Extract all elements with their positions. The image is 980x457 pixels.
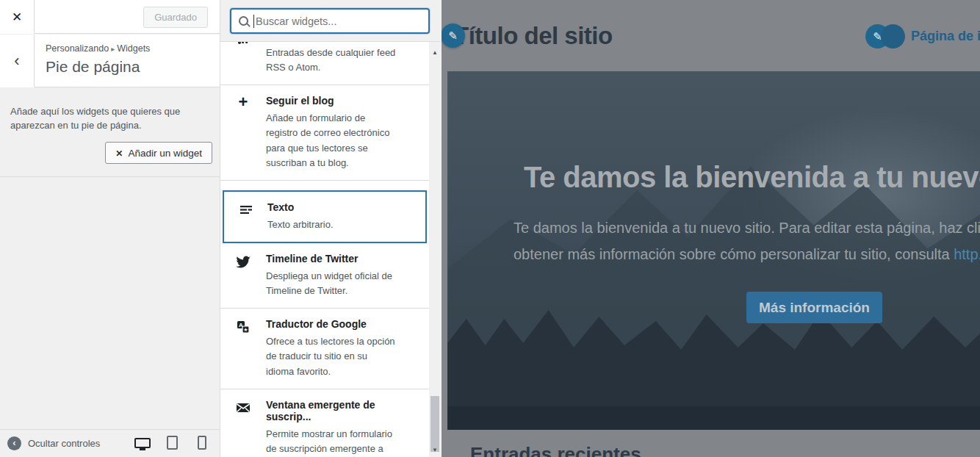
widget-list: RSS Entradas desde cualquier feed RSS o …	[220, 42, 429, 457]
mobile-icon	[198, 436, 206, 450]
hero-section: Te damos la bienvenida a tu nuevo sitio …	[447, 71, 980, 430]
widget-description: Texto arbitrario.	[267, 217, 398, 232]
breadcrumb-section: Widgets	[117, 43, 150, 54]
widget-item-google-translate[interactable]: A★ Traductor de Google Ofrece a tus lect…	[220, 309, 429, 389]
add-widget-button[interactable]: ✕Añadir un widget	[105, 142, 212, 164]
homepage-link[interactable]: ✎ Página de inicio	[865, 24, 980, 48]
widget-item-text[interactable]: Texto Texto arbitrario.	[223, 190, 427, 243]
widget-item-follow-blog[interactable]: + Seguir el blog Añade un formulario de …	[220, 85, 429, 181]
hero-paragraph-line2: obtener más información sobre cómo perso…	[514, 246, 980, 263]
search-icon	[239, 16, 248, 26]
rss-icon	[220, 42, 266, 75]
divider	[0, 176, 220, 177]
breadcrumb-root: Personalizando	[46, 43, 109, 54]
widget-description: Añade un formulario de registro de corre…	[266, 111, 397, 170]
widget-name: Ventana emergente de suscrip...	[266, 399, 422, 422]
plus-icon: +	[220, 95, 266, 170]
widget-name: Seguir el blog	[266, 95, 422, 107]
dismiss-icon: ✕	[115, 148, 123, 159]
translate-icon: A★	[220, 318, 266, 378]
device-preview-tablet-button[interactable]	[167, 435, 178, 453]
widget-name: Timeline de Twitter	[266, 253, 422, 265]
device-preview-desktop-button[interactable]	[134, 435, 151, 453]
forest-band-decoration	[447, 406, 980, 430]
hero-heading: Te damos la bienvenida a tu nuevo sitio	[524, 161, 980, 194]
homepage-circle-icon	[881, 24, 905, 48]
scroll-up-arrow[interactable]: ▲	[429, 46, 441, 58]
text-icon	[224, 201, 267, 232]
hide-controls-button[interactable]: ‹ Ocultar controles	[7, 436, 100, 450]
widget-description: Entradas desde cualquier feed RSS o Atom…	[266, 46, 397, 75]
pencil-icon: ✎	[448, 29, 458, 43]
device-preview-mobile-button[interactable]	[198, 435, 206, 453]
customizer-footer: ‹ Ocultar controles	[0, 429, 220, 457]
panel-description: Añade aquí los widgets que quieres que a…	[10, 105, 203, 133]
recent-posts-heading: Entradas recientes	[470, 443, 641, 457]
homepage-link-label: Página de inicio	[911, 29, 980, 44]
widget-search-box	[230, 8, 430, 34]
widget-item-rss[interactable]: RSS Entradas desde cualquier feed RSS o …	[220, 42, 429, 85]
breadcrumb-arrow-icon: ▸	[109, 45, 117, 53]
more-info-button[interactable]: Más información	[746, 292, 882, 323]
site-preview: ✎ Título del sitio ✎ Página de inicio Te…	[442, 0, 980, 457]
customizer-panel: ✕ Guardado ‹ Personalizando▸Widgets Pie …	[0, 0, 220, 457]
tablet-icon	[167, 436, 178, 450]
svg-text:★: ★	[243, 327, 248, 332]
widget-description: Despliega un widget oficial de Timeline …	[266, 269, 397, 298]
widget-search-band	[220, 0, 441, 42]
scrollbar-track[interactable]: ▲ ▼	[429, 42, 441, 457]
hero-link[interactable]: http...	[954, 246, 980, 262]
customizer-section-header: ‹ Personalizando▸Widgets Pie de página	[0, 35, 220, 87]
mail-icon	[220, 399, 266, 457]
widget-item-twitter-timeline[interactable]: Timeline de Twitter Despliega un widget …	[220, 243, 429, 309]
widget-name: Texto	[267, 201, 418, 213]
hide-controls-label: Ocultar controles	[28, 438, 100, 449]
page-title: Pie de página	[46, 58, 140, 76]
desktop-icon	[134, 438, 151, 448]
twitter-icon	[220, 253, 266, 298]
widget-item-subscribe-popup[interactable]: Ventana emergente de suscrip... Permite …	[220, 389, 429, 457]
widget-name: Traductor de Google	[266, 318, 422, 330]
text-cursor	[253, 15, 254, 28]
widget-search-input[interactable]	[256, 15, 428, 27]
widget-description: Ofrece a tus lectores la opción de tradu…	[266, 334, 397, 378]
widget-picker-panel: RSS Entradas desde cualquier feed RSS o …	[220, 0, 441, 457]
back-button[interactable]: ‹	[0, 35, 35, 87]
edit-site-title-button[interactable]: ✎	[442, 24, 465, 48]
breadcrumb: Personalizando▸Widgets	[46, 43, 150, 54]
widget-description: Permite mostrar un formulario de suscrip…	[266, 427, 397, 457]
customizer-topbar: ✕ Guardado	[0, 0, 220, 34]
scroll-down-arrow[interactable]: ▼	[429, 444, 441, 456]
saved-button[interactable]: Guardado	[143, 7, 208, 28]
collapse-arrow-icon: ‹	[7, 436, 21, 450]
site-title: Título del sitio	[454, 22, 613, 50]
close-icon: ✕	[12, 10, 22, 24]
hero-paragraph-line1: Te damos la bienvenida a tu nuevo sitio.…	[514, 220, 980, 237]
chevron-left-icon: ‹	[14, 51, 19, 70]
close-customizer-button[interactable]: ✕	[0, 0, 35, 34]
